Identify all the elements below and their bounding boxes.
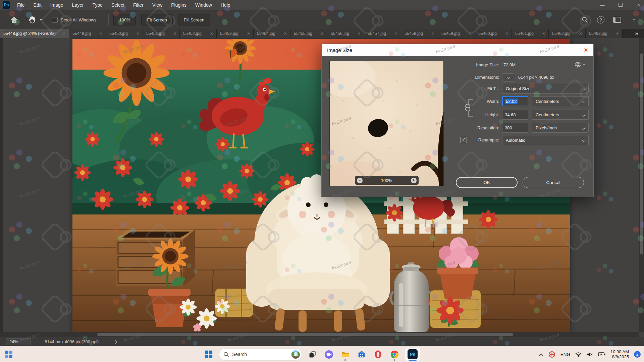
- maximize-button[interactable]: [617, 3, 624, 8]
- minimize-button[interactable]: —: [599, 3, 606, 8]
- battery-charging-icon[interactable]: [598, 352, 605, 357]
- tab-close-icon[interactable]: ×: [100, 31, 102, 36]
- resample-dropdown[interactable]: Automatic: [502, 135, 589, 145]
- tab-55458[interactable]: 55458.jpg×: [401, 29, 438, 38]
- menu-item-select[interactable]: Select: [107, 0, 129, 10]
- tab-close-icon[interactable]: ×: [395, 31, 397, 36]
- tab-55460[interactable]: 55460.jpg×: [475, 29, 512, 38]
- fit-to-dropdown[interactable]: Original Size: [502, 84, 589, 94]
- microsoft-store-button[interactable]: [356, 348, 368, 361]
- tab-55461[interactable]: 55461.jpg×: [512, 29, 549, 38]
- dialog-close-button[interactable]: ×: [581, 46, 591, 54]
- tab-55454[interactable]: 55454.jpg×: [254, 29, 290, 38]
- tab-55455[interactable]: 55455.jpg×: [290, 29, 327, 38]
- resolution-unit-dropdown[interactable]: Pixels/Inch: [532, 123, 589, 133]
- opera-button[interactable]: [372, 348, 384, 361]
- tab-55456[interactable]: 55456.jpg×: [327, 29, 364, 38]
- tab-close-icon[interactable]: ×: [321, 31, 324, 36]
- tab-close-icon[interactable]: ×: [505, 31, 508, 36]
- tab-overflow[interactable]: »: [629, 29, 644, 38]
- volume-muted-icon[interactable]: [587, 352, 593, 357]
- tab-close-icon[interactable]: ×: [358, 31, 361, 36]
- scroll-all-windows-checkbox[interactable]: [52, 17, 58, 23]
- tab-55462[interactable]: 55462.jpg×: [549, 29, 586, 38]
- tab-close-icon[interactable]: ×: [173, 31, 176, 36]
- dimensions-unit-dropdown[interactable]: [502, 73, 514, 82]
- image-preview[interactable]: − 100% +: [329, 61, 444, 186]
- file-explorer-button[interactable]: [339, 348, 351, 361]
- horizontal-scroll-thumb[interactable]: [97, 333, 513, 336]
- chat-button[interactable]: [323, 348, 335, 361]
- widgets-icon[interactable]: [5, 350, 13, 358]
- tab-close-icon[interactable]: ×: [284, 31, 287, 36]
- menu-item-layer[interactable]: Layer: [68, 0, 88, 10]
- tab-close-icon[interactable]: ×: [210, 31, 213, 36]
- status-options-icon[interactable]: [114, 340, 117, 344]
- record-tray-icon[interactable]: [548, 351, 555, 358]
- close-window-button[interactable]: ×: [635, 2, 642, 8]
- chrome-button[interactable]: [388, 348, 400, 361]
- tab-close-icon[interactable]: ×: [469, 31, 471, 36]
- zoom-out-button[interactable]: −: [357, 178, 363, 183]
- tab-55453[interactable]: 55453.jpg×: [217, 29, 254, 38]
- menu-item-type[interactable]: Type: [88, 0, 107, 10]
- menu-item-edit[interactable]: Edit: [29, 0, 46, 10]
- tab-55450[interactable]: 55450.jpg×: [106, 29, 143, 38]
- height-input[interactable]: 34.68: [502, 110, 528, 120]
- menu-item-image[interactable]: Image: [46, 0, 68, 10]
- dialog-title-bar[interactable]: Image Size ×: [322, 44, 593, 56]
- tab-close-icon[interactable]: ×: [542, 31, 545, 36]
- tab-55448-active[interactable]: 55448.jpg @ 24% (RGB/8#) ×: [0, 29, 69, 38]
- height-unit-dropdown[interactable]: Centimeters: [532, 110, 589, 120]
- resolution-input[interactable]: 300: [502, 123, 528, 133]
- menu-item-window[interactable]: Window: [191, 0, 216, 10]
- workspace-icon[interactable]: [613, 17, 621, 23]
- wifi-icon[interactable]: [575, 352, 582, 357]
- clock[interactable]: 10:30 AM 8/8/2025: [610, 349, 629, 359]
- tray-chevron-up-icon[interactable]: [539, 353, 543, 356]
- tab-close-icon[interactable]: ×: [63, 31, 65, 36]
- photoshop-taskbar-button[interactable]: Ps: [405, 347, 420, 361]
- fit-screen-button[interactable]: Fit Screen: [141, 14, 172, 25]
- menu-item-file[interactable]: File: [13, 0, 29, 10]
- start-button[interactable]: [203, 348, 215, 361]
- dialog-options-button[interactable]: [575, 61, 585, 68]
- search-box[interactable]: Search: [219, 348, 302, 360]
- menu-item-help[interactable]: Help: [216, 0, 235, 10]
- workspace-dropdown-icon[interactable]: [633, 19, 635, 21]
- help-icon[interactable]: ?: [597, 16, 604, 23]
- tab-close-icon[interactable]: ×: [432, 31, 434, 36]
- task-view-button[interactable]: [306, 348, 318, 361]
- vertical-scrollbar[interactable]: [639, 38, 644, 332]
- ok-button[interactable]: OK: [456, 177, 518, 188]
- tab-close-icon[interactable]: ×: [247, 31, 250, 36]
- tab-close-icon[interactable]: ×: [579, 31, 582, 36]
- tab-close-icon[interactable]: ×: [137, 31, 139, 36]
- tab-55452[interactable]: 55452.jpg×: [180, 29, 217, 38]
- zoom-in-button[interactable]: +: [411, 178, 417, 183]
- menu-item-view[interactable]: View: [148, 0, 167, 10]
- fill-screen-button[interactable]: Fill Screen: [178, 14, 210, 25]
- hand-tool-icon[interactable]: [28, 15, 37, 24]
- home-icon[interactable]: [10, 16, 18, 23]
- width-input[interactable]: 52.02: [502, 96, 528, 106]
- zoom-100-button[interactable]: 100%: [113, 14, 136, 25]
- tab-55457[interactable]: 55457.jpg×: [364, 29, 401, 38]
- zoom-level-field[interactable]: 24%: [6, 338, 31, 345]
- horizontal-scrollbar[interactable]: [0, 332, 639, 337]
- notification-badge[interactable]: 2: [634, 351, 641, 358]
- hand-tool-dropdown-icon[interactable]: [40, 19, 42, 21]
- cancel-button[interactable]: Cancel: [523, 177, 584, 188]
- tab-55449[interactable]: 55449.jpg×: [69, 29, 106, 38]
- search-icon[interactable]: [582, 16, 588, 23]
- menu-item-plugins[interactable]: Plugins: [167, 0, 191, 10]
- vertical-scroll-thumb[interactable]: [640, 53, 643, 254]
- menu-item-filter[interactable]: Filter: [129, 0, 148, 10]
- tab-label: 55460.jpg: [478, 31, 497, 36]
- tab-55451[interactable]: 55451.jpg×: [143, 29, 180, 38]
- tab-close-icon[interactable]: ×: [616, 31, 619, 36]
- width-unit-dropdown[interactable]: Centimeters: [532, 96, 589, 106]
- tab-55459[interactable]: 55459.jpg×: [438, 29, 475, 38]
- language-indicator[interactable]: ENG: [560, 352, 570, 357]
- tab-55463[interactable]: 55463.jpg×: [586, 29, 623, 38]
